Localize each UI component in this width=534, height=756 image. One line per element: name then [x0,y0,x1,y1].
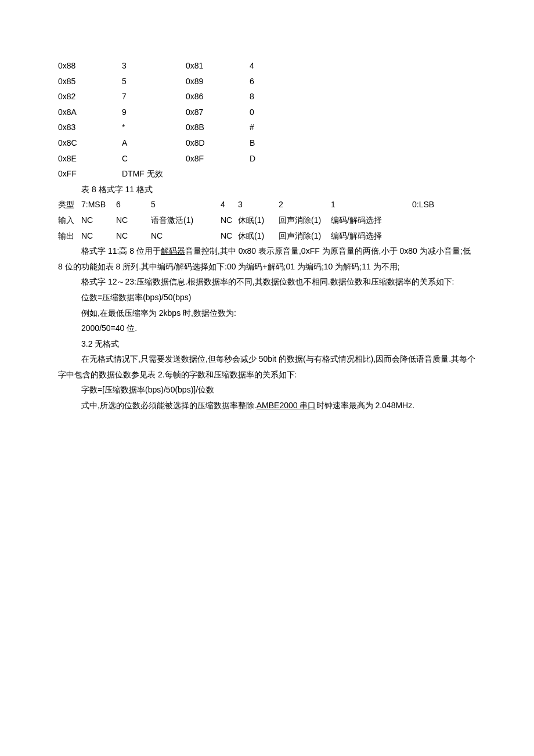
cell: 6 [116,197,151,213]
cell: NC [116,228,151,244]
cell: 0x8E [58,151,122,167]
ambe2000-link[interactable]: AMBE2000 串口 [257,401,316,410]
cell: 0x82 [58,89,122,105]
cell: 0x8F [186,151,250,167]
cell: 0x8C [58,135,122,151]
formula-words: 字数=[压缩数据率(bps)/50(bps)]/位数 [58,382,476,398]
dtmf-row: 0x88 3 0x81 4 [58,58,476,74]
dtmf-row: 0x8E C 0x8F D [58,151,476,167]
cell: NC [221,228,238,244]
cell: 0x85 [58,74,122,89]
cell: 9 [122,105,186,120]
cell: * [122,120,186,135]
cell: 回声消除(1) [279,228,331,244]
text: 格式字 11:高 8 位用于 [81,246,161,255]
cell: NC [81,228,116,244]
dtmf-row: 0x83 * 0x8B # [58,120,476,135]
section-3-2: 3.2 无格式 [58,336,476,352]
dtmf-row: 0x8C A 0x8D B [58,135,476,151]
cell: 语音激活(1) [151,213,221,228]
cell [412,228,476,244]
cell: # [250,120,302,135]
cell: 7 [122,89,186,105]
cell: 休眠(1) [238,213,279,228]
cell: 0x86 [186,89,250,105]
cell: 0x81 [186,58,250,74]
cell: 0xFF [58,166,122,182]
formula-bits: 位数=压缩数据率(bps)/50(bps) [58,290,476,305]
paragraph-conclusion: 式中,所选的位数必须能被选择的压缩数据率整除.AMBE2000 串口时钟速率最高… [58,398,476,413]
cell: 7:MSB [81,197,116,213]
dtmf-invalid-row: 0xFF DTMF 无效 [58,166,476,182]
cell: NC [81,213,116,228]
cell: 5 [151,197,221,213]
format-header-row: 类型 7:MSB 6 5 4 3 2 1 0:LSB [58,197,476,213]
cell: 0x83 [58,120,122,135]
cell: C [122,151,186,167]
text: 时钟速率最高为 2.048MHz. [316,401,415,410]
dtmf-row: 0x82 7 0x86 8 [58,89,476,105]
cell: 输入 [58,213,81,228]
cell: 0x8D [186,135,250,151]
cell [412,213,476,228]
text: 式中,所选的位数必须能被选择的压缩数据率整除. [81,401,257,410]
cell: 6 [250,74,302,89]
cell: 0x89 [186,74,250,89]
cell: 3 [122,58,186,74]
cell: B [250,135,302,151]
cell: 8 [250,89,302,105]
dtmf-row: 0x85 5 0x89 6 [58,74,476,89]
cell: 5 [122,74,186,89]
cell: A [122,135,186,151]
cell: 0x88 [58,58,122,74]
cell: 0x8B [186,120,250,135]
cell: DTMF 无效 [122,166,163,182]
cell: NC [116,213,151,228]
cell: NC [221,213,238,228]
cell: 0x87 [186,105,250,120]
format-input-row: 输入 NC NC 语音激活(1) NC 休眠(1) 回声消除(1) 编码/解码选… [58,213,476,228]
paragraph-format12-23: 格式字 12～23:压缩数据信息.根据数据率的不同,其数据位数也不相同.数据位数… [58,274,476,290]
cell: 输出 [58,228,81,244]
cell: 回声消除(1) [279,213,331,228]
cell: 编码/解码选择 [331,228,412,244]
dtmf-row: 0x8A 9 0x87 0 [58,105,476,120]
cell: 4 [221,197,238,213]
cell: 编码/解码选择 [331,213,412,228]
cell: 2 [279,197,331,213]
cell: 0 [250,105,302,120]
decoder-link[interactable]: 解码器 [161,246,185,255]
table8-caption: 表 8 格式字 11 格式 [58,182,476,197]
format-output-row: 输出 NC NC NC NC 休眠(1) 回声消除(1) 编码/解码选择 [58,228,476,244]
cell: 0:LSB [412,197,476,213]
cell: NC [151,228,221,244]
cell: 4 [250,58,302,74]
example-calc: 2000/50=40 位. [58,321,476,336]
cell: 3 [238,197,279,213]
cell: D [250,151,302,167]
example-intro: 例如,在最低压缩率为 2kbps 时,数据位数为: [58,305,476,321]
paragraph-format11: 格式字 11:高 8 位用于解码器音量控制,其中 0x80 表示原音量,0xFF… [58,243,476,274]
dtmf-table: 0x88 3 0x81 4 0x85 5 0x89 6 0x82 7 0x86 … [58,58,476,182]
cell: 休眠(1) [238,228,279,244]
cell: 0x8A [58,105,122,120]
cell: 类型 [58,197,81,213]
paragraph-noformat: 在无格式情况下,只需要发送数据位,但每秒会减少 50bit 的数据(与有格式情况… [58,351,476,382]
cell: 1 [331,197,412,213]
